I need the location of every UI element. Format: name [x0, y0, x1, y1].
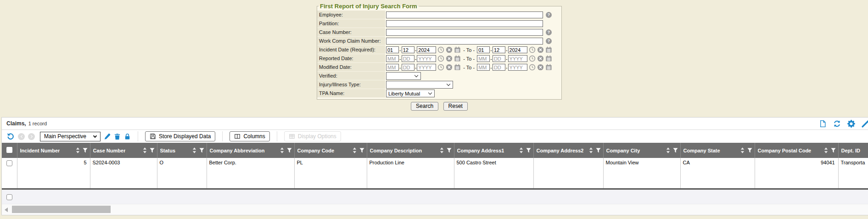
incident-from-month-input[interactable] — [386, 46, 399, 53]
case-number-help-icon[interactable]: ? — [546, 29, 552, 35]
sort-icon[interactable] — [76, 147, 80, 153]
reported-from-year-input[interactable] — [417, 55, 436, 62]
filter-funnel-icon[interactable] — [199, 148, 204, 153]
edit-pencil-icon[interactable] — [104, 133, 111, 140]
refresh-icon[interactable] — [833, 120, 841, 128]
clock-icon[interactable] — [437, 64, 444, 71]
clear-date-icon[interactable] — [446, 46, 453, 53]
calendar-icon[interactable] — [454, 55, 461, 62]
reported-to-month-input[interactable] — [477, 55, 490, 62]
column-header-company-address2[interactable]: Company Address2 — [533, 143, 603, 158]
filter-funnel-icon[interactable] — [359, 148, 364, 153]
sort-icon[interactable] — [353, 147, 357, 153]
new-document-icon[interactable] — [819, 120, 827, 128]
horizontal-scrollbar[interactable] — [2, 204, 868, 214]
reported-from-day-input[interactable] — [402, 55, 414, 62]
sort-icon[interactable] — [280, 147, 284, 153]
calendar-icon[interactable] — [545, 46, 552, 53]
tpa-name-select[interactable]: Liberty Mutual — [386, 90, 435, 97]
column-header-dept-id[interactable]: Dept. ID — [838, 143, 868, 158]
employee-input[interactable] — [386, 11, 543, 18]
injury-type-select[interactable] — [386, 81, 453, 89]
next-button[interactable] — [28, 133, 35, 140]
filter-funnel-icon[interactable] — [83, 148, 88, 153]
modified-to-year-input[interactable] — [508, 64, 527, 71]
filter-funnel-icon[interactable] — [526, 148, 531, 153]
calendar-icon[interactable] — [545, 64, 552, 71]
gear-icon[interactable] — [847, 120, 855, 128]
calendar-icon[interactable] — [454, 46, 461, 53]
columns-button[interactable]: Columns — [230, 131, 269, 141]
clear-date-icon[interactable] — [446, 64, 453, 71]
calendar-icon[interactable] — [545, 55, 552, 62]
select-all-checkbox[interactable] — [6, 147, 12, 153]
delete-trash-icon[interactable] — [114, 133, 121, 140]
work-comp-input[interactable] — [386, 38, 543, 45]
sort-icon[interactable] — [440, 147, 444, 153]
column-header-company-postal-code[interactable]: Company Postal Code — [755, 143, 838, 158]
partition-input[interactable] — [386, 20, 543, 27]
column-header-company-abbreviation[interactable]: Company Abbreviation — [207, 143, 294, 158]
reported-to-day-input[interactable] — [493, 55, 505, 62]
lock-icon[interactable] — [124, 133, 131, 140]
sort-icon[interactable] — [519, 147, 523, 153]
incident-from-day-input[interactable] — [402, 46, 414, 53]
scroll-left-arrow[interactable] — [5, 208, 8, 212]
reset-button[interactable]: Reset — [443, 102, 468, 111]
column-header-company-state[interactable]: Company State — [680, 143, 755, 158]
column-header-status[interactable]: Status — [157, 143, 207, 158]
filter-funnel-icon[interactable] — [831, 148, 836, 153]
modified-from-year-input[interactable] — [417, 64, 436, 71]
select-all-header-cell[interactable] — [2, 143, 17, 158]
column-header-incident-number[interactable]: Incident Number — [17, 143, 90, 158]
perspective-select[interactable]: Main Perspective — [40, 132, 101, 141]
filter-funnel-icon[interactable] — [447, 148, 452, 153]
incident-to-year-input[interactable] — [508, 46, 527, 53]
sort-icon[interactable] — [192, 147, 196, 153]
store-displayed-data-button[interactable]: Store Displayed Data — [145, 131, 215, 141]
clock-icon[interactable] — [437, 46, 444, 53]
column-header-company-city[interactable]: Company City — [603, 143, 680, 158]
filter-funnel-icon[interactable] — [673, 148, 678, 153]
scrollbar-thumb[interactable] — [12, 206, 111, 213]
sort-icon[interactable] — [740, 147, 745, 153]
footer-select-checkbox[interactable] — [6, 194, 12, 200]
column-header-case-number[interactable]: Case Number — [90, 143, 157, 158]
clock-icon[interactable] — [437, 55, 444, 62]
sort-icon[interactable] — [143, 147, 147, 153]
column-header-company-description[interactable]: Company Description — [367, 143, 454, 158]
reported-from-month-input[interactable] — [386, 55, 399, 62]
wrench-icon[interactable] — [862, 120, 868, 128]
clear-date-icon[interactable] — [537, 64, 544, 71]
clock-icon[interactable] — [529, 64, 536, 71]
display-options-button[interactable]: Display Options — [284, 131, 341, 141]
filter-funnel-icon[interactable] — [287, 148, 292, 153]
incident-to-month-input[interactable] — [477, 46, 490, 53]
incident-to-day-input[interactable] — [493, 46, 505, 53]
column-header-company-address1[interactable]: Company Address1 — [454, 143, 533, 158]
work-comp-help-icon[interactable]: ? — [546, 38, 552, 44]
search-button[interactable]: Search — [411, 102, 438, 111]
sort-icon[interactable] — [666, 147, 670, 153]
employee-help-icon[interactable]: ? — [546, 12, 552, 18]
sort-icon[interactable] — [824, 147, 828, 153]
clock-icon[interactable] — [529, 46, 536, 53]
reported-to-year-input[interactable] — [508, 55, 527, 62]
clear-date-icon[interactable] — [537, 46, 544, 53]
column-header-company-code[interactable]: Company Code — [294, 143, 367, 158]
modified-from-day-input[interactable] — [402, 64, 414, 71]
modified-from-month-input[interactable] — [386, 64, 399, 71]
case-number-input[interactable] — [386, 29, 543, 36]
modified-to-month-input[interactable] — [477, 64, 490, 71]
undo-button[interactable] — [6, 132, 15, 140]
incident-from-year-input[interactable] — [417, 46, 436, 53]
filter-funnel-icon[interactable] — [596, 148, 601, 153]
modified-to-day-input[interactable] — [493, 64, 505, 71]
filter-funnel-icon[interactable] — [747, 148, 752, 153]
calendar-icon[interactable] — [454, 64, 461, 71]
clear-date-icon[interactable] — [537, 55, 544, 62]
verified-select[interactable] — [386, 72, 421, 80]
row-checkbox[interactable] — [6, 160, 12, 166]
prev-button[interactable] — [18, 133, 25, 140]
clear-date-icon[interactable] — [446, 55, 453, 62]
